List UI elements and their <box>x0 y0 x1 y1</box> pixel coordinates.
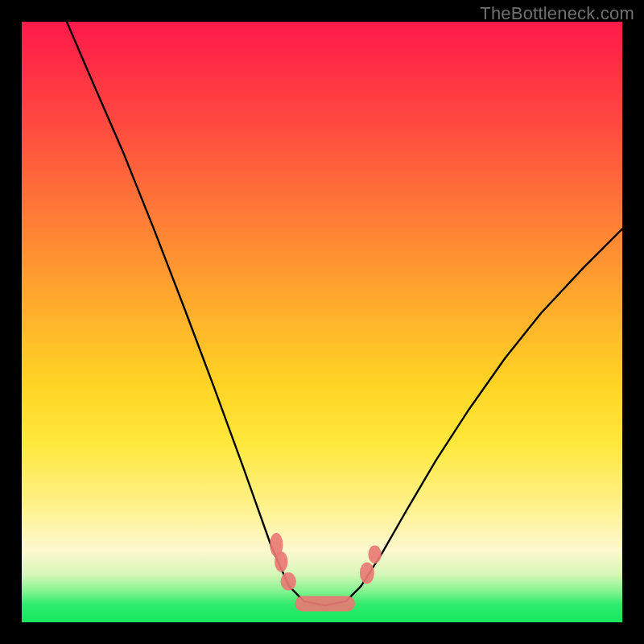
curve-marker-1 <box>275 551 287 572</box>
markers-group <box>270 533 382 612</box>
curve-marker-4 <box>368 546 381 564</box>
plot-area <box>22 22 622 622</box>
curve-marker-3 <box>360 562 374 584</box>
valley-marker-pill <box>295 596 355 611</box>
curve-svg <box>22 22 622 622</box>
curve-right-branch <box>361 229 623 586</box>
watermark-text: TheBottleneck.com <box>480 3 634 24</box>
curve-left-branch <box>67 22 289 586</box>
curve-marker-2 <box>281 572 296 590</box>
outer-frame: TheBottleneck.com <box>0 0 644 644</box>
curve-group <box>67 22 622 605</box>
